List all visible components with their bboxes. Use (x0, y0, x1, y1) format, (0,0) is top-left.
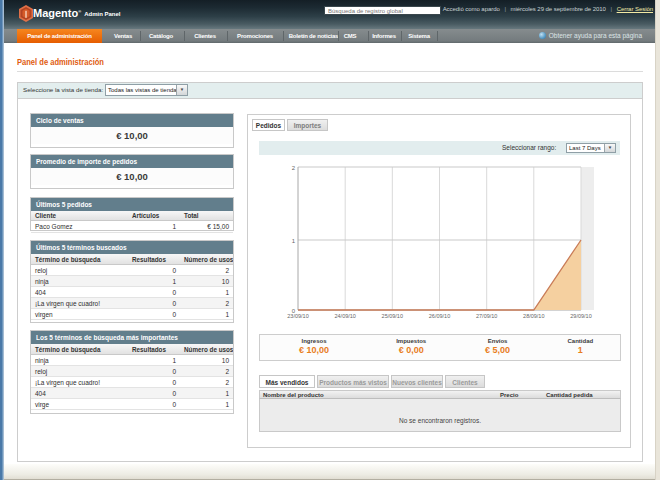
svg-text:23/09/10: 23/09/10 (287, 313, 308, 319)
svg-text:2: 2 (292, 165, 296, 171)
svg-text:25/09/10: 25/09/10 (382, 313, 403, 319)
svg-text:26/09/10: 26/09/10 (429, 313, 450, 319)
svg-text:29/09/10: 29/09/10 (570, 313, 591, 319)
svg-text:27/09/10: 27/09/10 (476, 313, 497, 319)
svg-text:28/09/10: 28/09/10 (523, 313, 544, 319)
svg-text:1: 1 (292, 238, 296, 244)
svg-text:24/09/10: 24/09/10 (334, 313, 355, 319)
